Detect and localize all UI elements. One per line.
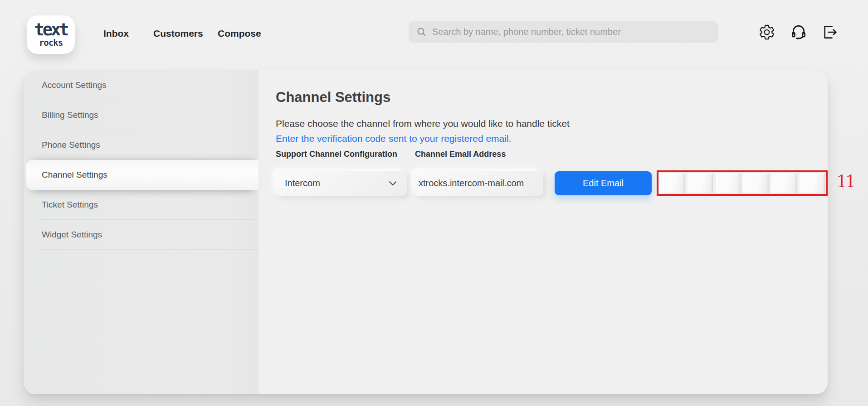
sidebar-item-label: Widget Settings [42, 230, 102, 240]
sidebar-item-channel-settings[interactable]: Channel Settings [26, 160, 258, 190]
verification-code-group [657, 170, 828, 196]
page-subtitle: Please choose the channel from where you… [276, 118, 570, 129]
logout-icon [821, 24, 838, 41]
nav-item-customers[interactable]: Customers [153, 28, 203, 39]
settings-button[interactable] [758, 24, 775, 41]
headset-icon [790, 24, 807, 41]
edit-email-button[interactable]: Edit Email [555, 171, 652, 195]
sidebar-item-label: Channel Settings [42, 170, 107, 180]
support-channel-select[interactable]: Intercom [276, 171, 407, 196]
settings-sidebar: Account Settings Billing Settings Phone … [24, 70, 258, 394]
chevron-down-icon [387, 178, 399, 189]
search-input[interactable] [432, 27, 711, 37]
verification-code-link[interactable]: Enter the verification code sent to your… [276, 133, 511, 144]
nav-item-compose[interactable]: Compose [218, 28, 261, 39]
nav-item-inbox[interactable]: Inbox [103, 28, 129, 39]
global-search-bar [409, 21, 718, 43]
annotation-label: 11 [837, 170, 855, 191]
search-icon [416, 26, 427, 37]
sidebar-item-label: Billing Settings [42, 110, 98, 120]
code-input-box-5[interactable] [771, 173, 797, 193]
code-input-box-2[interactable] [688, 173, 713, 193]
code-input-box-1[interactable] [659, 173, 685, 193]
code-input-box-3[interactable] [716, 173, 741, 193]
sidebar-item-phone-settings[interactable]: Phone Settings [24, 130, 258, 160]
sidebar-item-label: Ticket Settings [42, 200, 98, 210]
channel-settings-content: Channel Settings Please choose the chann… [258, 70, 828, 394]
sidebar-item-widget-settings[interactable]: Widget Settings [24, 220, 258, 250]
channel-email-label: Channel Email Address [415, 150, 506, 159]
sidebar-item-label: Phone Settings [42, 140, 100, 150]
app-logo-subtext: rocks [39, 39, 63, 47]
logout-button[interactable] [821, 24, 838, 41]
sidebar-item-label: Account Settings [42, 80, 107, 90]
channel-email-input[interactable] [414, 171, 543, 196]
selected-channel-value: Intercom [285, 178, 320, 188]
sidebar-item-ticket-settings[interactable]: Ticket Settings [24, 190, 258, 220]
code-input-box-4[interactable] [743, 173, 769, 193]
support-channel-label: Support Channel Configuration [276, 150, 397, 159]
page-title: Channel Settings [276, 89, 390, 106]
support-button[interactable] [790, 24, 807, 41]
sidebar-item-account-settings[interactable]: Account Settings [24, 70, 258, 100]
app-logo[interactable]: text rocks [27, 15, 75, 54]
sidebar-item-billing-settings[interactable]: Billing Settings [24, 100, 258, 130]
settings-panel: Account Settings Billing Settings Phone … [24, 70, 828, 394]
code-input-box-6[interactable] [800, 173, 825, 193]
app-logo-text: text [34, 22, 67, 37]
gear-icon [758, 24, 775, 41]
